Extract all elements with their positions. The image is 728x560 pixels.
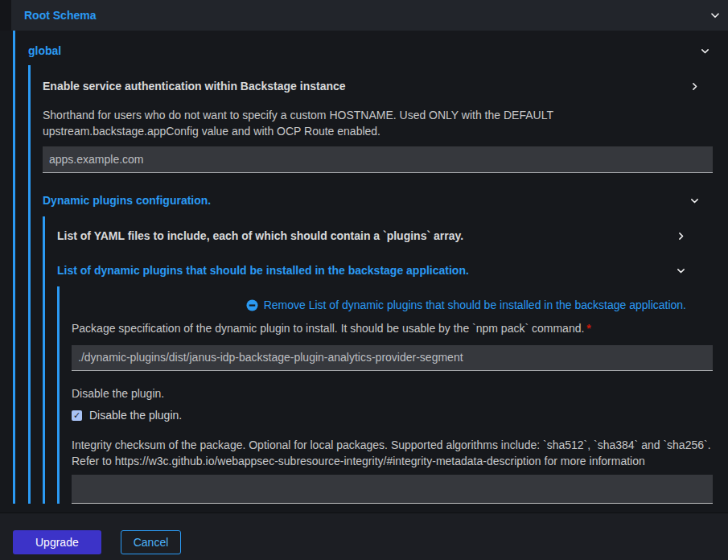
section-dynamic-plugins[interactable]: Dynamic plugins configuration. <box>43 194 713 207</box>
integrity-label: Integrity checksum of the package. Optio… <box>72 438 713 469</box>
root-schema-header[interactable]: Root Schema <box>11 0 728 31</box>
dynamic-plugins-body: List of YAML files to include, each of w… <box>43 216 713 504</box>
schema-form-editor: Root Schema global Enable service authen… <box>0 0 728 560</box>
package-spec-input[interactable] <box>72 345 713 371</box>
disable-plugin-checkbox[interactable]: ✓ <box>72 410 82 421</box>
yaml-includes-title: List of YAML files to include, each of w… <box>57 229 463 242</box>
root-schema-title: Root Schema <box>24 9 96 22</box>
form-footer: Upgrade Cancel <box>0 513 728 560</box>
global-section-title: global <box>28 44 61 57</box>
required-asterisk: * <box>586 322 590 335</box>
remove-plugin-row: Remove List of dynamic plugins that shou… <box>72 299 713 311</box>
row-service-auth[interactable]: Enable service authentication within Bac… <box>43 80 713 93</box>
package-spec-label-row: Package specification of the dynamic plu… <box>72 321 713 337</box>
section-plugins-list[interactable]: List of dynamic plugins that should be i… <box>57 264 713 277</box>
remove-plugin-link[interactable]: Remove List of dynamic plugins that shou… <box>246 299 686 311</box>
row-yaml-includes[interactable]: List of YAML files to include, each of w… <box>57 229 713 242</box>
section-global[interactable]: global <box>28 44 713 57</box>
cancel-button[interactable]: Cancel <box>121 530 182 554</box>
chevron-down-icon <box>710 10 720 20</box>
chevron-down-icon <box>690 196 699 205</box>
chevron-right-icon <box>677 232 685 241</box>
plugins-list-body: Remove List of dynamic plugins that shou… <box>57 286 713 504</box>
remove-plugin-label: Remove List of dynamic plugins that shou… <box>264 299 686 311</box>
plugins-list-title: List of dynamic plugins that should be i… <box>57 264 469 277</box>
dynamic-plugins-title: Dynamic plugins configuration. <box>43 194 211 207</box>
chevron-right-icon <box>690 82 699 91</box>
minus-circle-icon <box>246 299 258 311</box>
hostname-help-text: Shorthand for users who do not want to s… <box>43 108 696 139</box>
integrity-input[interactable] <box>72 475 713 504</box>
disable-plugin-checkbox-label: Disable the plugin. <box>89 409 182 422</box>
package-spec-label: Package specification of the dynamic plu… <box>72 322 584 335</box>
disable-plugin-checkbox-row[interactable]: ✓ Disable the plugin. <box>72 409 713 422</box>
disable-plugin-label: Disable the plugin. <box>72 386 713 402</box>
chevron-down-icon <box>677 266 685 275</box>
global-section-body: Enable service authentication within Bac… <box>28 65 713 504</box>
upgrade-button[interactable]: Upgrade <box>13 530 101 554</box>
hostname-input[interactable] <box>43 146 713 173</box>
root-schema-body: global Enable service authentication wit… <box>13 31 713 504</box>
chevron-down-icon <box>701 47 709 56</box>
service-auth-title: Enable service authentication within Bac… <box>43 80 346 93</box>
form-content: global Enable service authentication wit… <box>0 31 728 513</box>
